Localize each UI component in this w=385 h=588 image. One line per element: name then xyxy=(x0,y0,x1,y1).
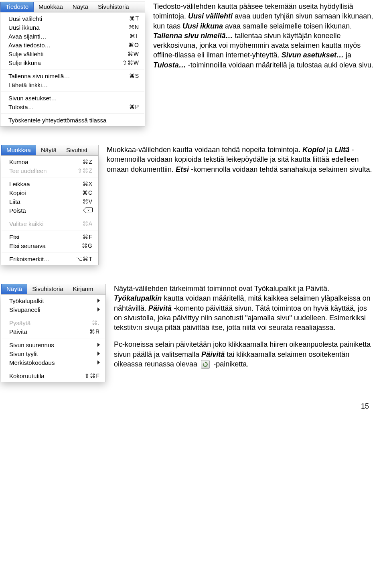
menu-separator xyxy=(2,252,98,252)
menu-item-label: Kopioi xyxy=(9,189,73,196)
menu-item[interactable]: Kopioi⌘C xyxy=(1,188,98,197)
menu-item-label: Sivupaneeli xyxy=(9,306,97,313)
menu-item-label: Valitse kaikki xyxy=(9,220,73,227)
menu-item[interactable]: Uusi ikkuna⌘N xyxy=(0,23,145,32)
menu-item[interactable]: Etsi seuraava⌘G xyxy=(1,241,98,250)
menu-item[interactable]: Avaa tiedosto…⌘O xyxy=(0,41,145,49)
submenu-arrow-icon xyxy=(97,307,100,311)
muokkaa-dropdown: Kumoa⌘ZTee uudelleen⇧⌘ZLeikkaa⌘XKopioi⌘C… xyxy=(1,155,99,265)
menu-item-label: Lähetä linkki… xyxy=(8,81,139,88)
submenu-arrow-icon xyxy=(97,360,100,364)
menu-item[interactable]: Leikkaa⌘X xyxy=(1,179,98,188)
menu-item-label: Pysäytä xyxy=(9,319,82,326)
muokkaa-menu-screenshot: Muokkaa Näytä Sivuhist Kumoa⌘ZTee uudell… xyxy=(1,145,99,265)
menu-separator xyxy=(2,230,98,230)
menu-item-shortcut: ⌘R xyxy=(80,328,100,335)
term: Sivun asetukset… xyxy=(282,51,344,59)
text: Muokkaa-välilehden kautta voidaan tehdä … xyxy=(107,146,302,154)
menu-item[interactable]: Sivupaneeli xyxy=(1,305,105,314)
text: ja xyxy=(327,146,334,154)
menu-item-shortcut: ⌘F xyxy=(73,234,93,240)
menu-item-label: Työskentele yhteydettömässä tilassa xyxy=(8,117,139,124)
menu-item[interactable]: Etsi⌘F xyxy=(1,232,98,241)
menu-separator xyxy=(2,338,105,338)
menu-item[interactable]: Tallenna sivu nimellä…⌘S xyxy=(0,71,145,80)
menu-item[interactable]: Sivun tyylit xyxy=(1,349,105,358)
menubar-label: Muokkaa xyxy=(6,146,31,153)
menubar-item-muokkaa[interactable]: Muokkaa xyxy=(1,145,36,155)
menu-item-label: Sivun tyylit xyxy=(9,350,97,357)
menu-item[interactable]: Työskentele yhteydettömässä tilassa xyxy=(0,116,145,124)
menu-item[interactable]: Päivitä⌘R xyxy=(1,327,105,336)
menu-item[interactable]: Liitä⌘V xyxy=(1,197,98,206)
menubar-item-kirjanm[interactable]: Kirjanm xyxy=(68,284,98,294)
term: Liitä xyxy=(334,146,349,154)
text: -komennolla voidaan tehdä sanahakuja sel… xyxy=(191,165,372,173)
menu-item[interactable]: Työkalupalkit xyxy=(1,296,105,305)
text: -painiketta. xyxy=(213,360,249,368)
text: -toiminnoilla voidaan määritellä ja tulo… xyxy=(188,61,373,69)
menu-item[interactable]: Avaa sijainti…⌘L xyxy=(0,32,145,41)
menu-item[interactable]: Kokoruututila⇧⌘F xyxy=(1,371,105,380)
menubar-label: Näytä xyxy=(73,3,88,10)
menu-item[interactable]: Sulje välilehti⌘W xyxy=(0,49,145,58)
menu-item[interactable]: Merkistökoodaus xyxy=(1,358,105,367)
menu-item-shortcut: ⌘X xyxy=(73,181,93,187)
menu-item-label: Kumoa xyxy=(9,159,73,165)
menu-item-shortcut: ⌘N xyxy=(119,24,139,31)
menubar-label: Sivuhist xyxy=(66,146,87,153)
menu-item[interactable]: Uusi välilehti⌘T xyxy=(0,14,145,23)
term: Työkalupalkin xyxy=(114,294,162,302)
menubar-label: Sivuhistoria xyxy=(98,3,129,10)
nayta-dropdown: TyökalupalkitSivupaneeliPysäytä⌘.Päivitä… xyxy=(1,294,106,382)
menu-item-shortcut: ⌘Z xyxy=(73,159,93,165)
menubar-item-nayta[interactable]: Näytä xyxy=(68,2,93,12)
term: Uusi välilehti xyxy=(188,12,233,20)
submenu-arrow-icon xyxy=(97,343,100,347)
menu-item[interactable]: Lähetä linkki… xyxy=(0,80,145,89)
menubar-item-sivuhist[interactable]: Sivuhist xyxy=(61,145,92,155)
menu-item[interactable]: Kumoa⌘Z xyxy=(1,157,98,166)
menubar-label: Kirjanm xyxy=(73,285,93,292)
menu-item-shortcut: ⌘C xyxy=(73,189,93,196)
text: ja xyxy=(346,51,351,59)
menubar-item-sivuhistoria[interactable]: Sivuhistoria xyxy=(27,284,68,294)
menu-item-shortcut: ⇧⌘F xyxy=(75,372,100,379)
menu-item-shortcut: ⌘S xyxy=(120,73,139,79)
menu-item[interactable]: Sivun suurennus xyxy=(1,340,105,349)
menubar-item-muokkaa[interactable]: Muokkaa xyxy=(34,2,68,12)
menubar-label: Näytä xyxy=(6,285,22,292)
menu-item-label: Uusi ikkuna xyxy=(8,24,119,31)
term: Tulosta… xyxy=(153,61,186,69)
menubar-item-sivuhistoria[interactable]: Sivuhistoria xyxy=(93,2,134,12)
tiedosto-description: Tiedosto-välilehden kautta pääsee tekemä… xyxy=(145,2,375,77)
menubar-item-nayta[interactable]: Näytä xyxy=(36,145,61,155)
menubar-item-tiedosto[interactable]: Tiedosto xyxy=(0,2,34,12)
menu-item-label: Tee uudelleen xyxy=(9,167,68,174)
menubar-item-nayta[interactable]: Näytä xyxy=(1,284,27,294)
menu-item-shortcut: ⌘T xyxy=(120,15,139,22)
menubar-label: Tiedosto xyxy=(6,3,28,10)
menu-separator xyxy=(2,217,98,217)
menu-item-label: Merkistökoodaus xyxy=(9,359,97,366)
menu-separator xyxy=(1,69,144,69)
term: Uusi ikkuna xyxy=(182,22,223,30)
menu-separator xyxy=(1,91,144,92)
menu-item[interactable]: Sulje ikkuna⇧⌘W xyxy=(0,58,145,67)
menubar-label: Sivuhistoria xyxy=(32,285,63,292)
menu-item-shortcut: ⌘V xyxy=(73,198,93,205)
menu-item-shortcut: ⌘W xyxy=(118,51,139,57)
term: Päivitä xyxy=(148,304,172,312)
menu-item-label: Sivun asetukset… xyxy=(8,95,139,102)
menu-item[interactable]: Tulosta…⌘P xyxy=(0,102,145,111)
menu-item-label: Etsi seuraava xyxy=(9,242,72,249)
menu-item[interactable]: Erikoismerkit…⌥⌘T xyxy=(1,254,98,263)
menu-item-shortcut: ⌘G xyxy=(72,242,93,249)
menu-separator xyxy=(2,369,105,369)
menubar-label: Näytä xyxy=(41,146,57,153)
menu-item-shortcut: ⌘P xyxy=(120,104,139,110)
menu-item-label: Kokoruututila xyxy=(9,372,75,379)
menu-item[interactable]: Sivun asetukset… xyxy=(0,94,145,102)
menu-item[interactable]: Poista× xyxy=(1,206,98,215)
submenu-arrow-icon xyxy=(97,352,100,356)
